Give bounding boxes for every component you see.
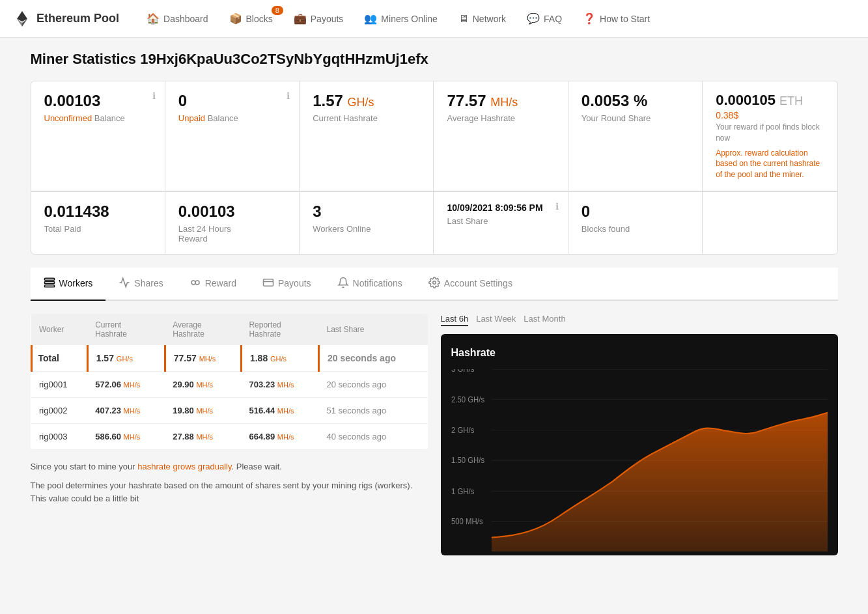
brand-name: Ethereum Pool	[36, 12, 119, 25]
total-reported-hashrate: 1.88 GH/s	[241, 345, 318, 372]
tab-reward[interactable]: Reward	[176, 268, 249, 301]
tab-notifications[interactable]: Notifications	[324, 268, 415, 301]
nav-miners[interactable]: 👥 Miners Online	[356, 8, 445, 29]
footnote-2: The pool determines your hashrate based …	[31, 479, 428, 507]
tab-payouts[interactable]: Payouts	[249, 268, 324, 301]
tab-workers-label: Workers	[59, 278, 93, 288]
workers-tab-icon	[44, 277, 55, 290]
brand-logo[interactable]: Ethereum Pool	[13, 10, 119, 28]
network-icon: 🖥	[458, 13, 469, 25]
stats-bottom: 0.011438 Total Paid 0.00103 Last 24 Hour…	[31, 191, 838, 255]
nav-links: 🏠 Dashboard 📦 Blocks 8 💼 Payouts 👥 Miner…	[139, 8, 855, 29]
rig0001-label: rig0001	[31, 371, 87, 397]
nav-faq[interactable]: 💬 FAQ	[519, 8, 570, 29]
stat-round-share: 0.0053 % Your Round Share	[568, 81, 703, 191]
nav-dashboard[interactable]: 🏠 Dashboard	[139, 8, 216, 29]
total-current-hashrate: 1.57 GH/s	[87, 345, 165, 372]
col-reported-hashrate: ReportedHashrate	[241, 314, 318, 345]
stat-total-paid: 0.011438 Total Paid	[31, 192, 165, 254]
tabs: Workers Shares Reward	[31, 268, 838, 301]
stats-top: ℹ 0.00103 Unconfirmed Balance ℹ 0 Unpaid…	[31, 81, 838, 191]
table-row-total: Total 1.57 GH/s 77.57 MH/s 1.88 GH/s	[31, 345, 428, 372]
svg-text:3 GH/s: 3 GH/s	[451, 369, 475, 373]
chart-tab-month[interactable]: Last Month	[524, 314, 565, 326]
stat-unpaid: ℹ 0 Unpaid Balance	[165, 81, 300, 191]
current-hashrate-value: 1.57 GH/s	[313, 92, 420, 111]
info-icon-lastshare[interactable]: ℹ	[555, 201, 559, 212]
reward-value: 0.000105 ETH	[716, 92, 824, 109]
rig0002-last-share: 51 seconds ago	[318, 397, 427, 423]
table-row: rig0003 586.60 MH/s 27.88 MH/s 664.89 MH…	[31, 423, 428, 449]
tab-shares[interactable]: Shares	[105, 268, 176, 301]
tab-account[interactable]: Account Settings	[415, 268, 525, 301]
current-hashrate-label: Current Hashrate	[313, 113, 420, 123]
page-title: Miner Statistics 19Hxj6KpaUu3Co2TSyNbYgq…	[31, 51, 838, 68]
chart-tab-6h[interactable]: Last 6h	[441, 314, 469, 326]
nav-payouts[interactable]: 💼 Payouts	[286, 8, 352, 29]
rig0003-last-share: 40 seconds ago	[318, 423, 427, 449]
chart-title: Hashrate	[451, 347, 828, 359]
svg-text:2 GH/s: 2 GH/s	[451, 426, 475, 434]
workers-chart-layout: Worker CurrentHashrate AverageHashrate R…	[31, 314, 838, 555]
info-icon-unconfirmed[interactable]: ℹ	[152, 91, 156, 101]
bell-tab-icon	[337, 277, 349, 290]
avg-hashrate-label: Average Hashrate	[447, 113, 554, 123]
unpaid-value: 0	[178, 92, 286, 111]
svg-rect-8	[263, 279, 273, 286]
chart-section: Last 6h Last Week Last Month Hashrate 3 …	[441, 314, 838, 555]
stat-last-share: ℹ 10/09/2021 8:09:56 PM Last Share	[434, 192, 568, 254]
workers-table: Worker CurrentHashrate AverageHashrate R…	[31, 314, 428, 450]
col-last-share: Last Share	[318, 314, 427, 345]
rig0001-reported: 703.23 MH/s	[241, 371, 318, 397]
stat-last24h: 0.00103 Last 24 HoursReward	[165, 192, 300, 254]
nav-network[interactable]: 🖥 Network	[451, 9, 514, 29]
tab-account-label: Account Settings	[444, 278, 512, 288]
tab-shares-label: Shares	[134, 278, 163, 288]
blocks-badge: 8	[272, 6, 283, 15]
last-share-value: 10/09/2021 8:09:56 PM	[447, 202, 554, 214]
stat-reward: 0.000105 ETH 0.38$ Your reward if pool f…	[703, 81, 837, 191]
svg-text:1.50 GH/s: 1.50 GH/s	[451, 456, 484, 464]
round-share-value: 0.0053 %	[581, 92, 689, 111]
shares-tab-icon	[119, 277, 130, 290]
stat-unconfirmed: ℹ 0.00103 Unconfirmed Balance	[31, 81, 165, 191]
rig0002-current: 407.23 MH/s	[87, 397, 165, 423]
approx-text: Approx. reward calculation based on the …	[716, 148, 824, 180]
tab-payouts-label: Payouts	[278, 278, 311, 288]
rig0003-avg: 27.88 MH/s	[165, 423, 241, 449]
faq-icon: 💬	[527, 12, 540, 25]
workers-label: Workers Online	[313, 224, 420, 234]
svg-rect-4	[44, 281, 54, 283]
total-paid-value: 0.011438	[44, 202, 152, 221]
rig0003-reported: 664.89 MH/s	[241, 423, 318, 449]
rig0001-current: 572.06 MH/s	[87, 371, 165, 397]
rig0001-avg: 29.90 MH/s	[165, 371, 241, 397]
main-content: Miner Statistics 19Hxj6KpaUu3Co2TSyNbYgq…	[18, 38, 851, 568]
col-worker: Worker	[31, 314, 87, 345]
stat-empty	[703, 192, 837, 254]
nav-howtostart[interactable]: ❓ How to Start	[575, 8, 658, 29]
col-avg-hashrate: AverageHashrate	[165, 314, 241, 345]
nav-blocks[interactable]: 📦 Blocks 8	[221, 8, 281, 29]
reward-usd: 0.38$	[716, 110, 824, 120]
howtostart-icon: ❓	[583, 12, 596, 25]
miners-icon: 👥	[364, 12, 377, 25]
blocks-icon: 📦	[229, 12, 242, 25]
avg-hashrate-value: 77.57 MH/s	[447, 92, 554, 111]
svg-text:2.50 GH/s: 2.50 GH/s	[451, 395, 484, 403]
svg-text:500 MH/s: 500 MH/s	[451, 517, 483, 525]
tab-workers[interactable]: Workers	[31, 268, 106, 301]
hashrate-link[interactable]: hashrate grows gradually	[137, 462, 231, 471]
payouts-tab-icon	[262, 277, 274, 290]
unpaid-label: Unpaid Balance	[178, 113, 286, 123]
stat-blocks-found: 0 Blocks found	[568, 192, 703, 254]
chart-tabs: Last 6h Last Week Last Month	[441, 314, 838, 326]
tab-reward-label: Reward	[205, 278, 236, 288]
round-share-label: Your Round Share	[581, 113, 689, 123]
hashrate-chart: Hashrate 3 GH/s 2.50 GH/s 2 GH/s 1.50 GH…	[441, 334, 838, 555]
info-icon-unpaid[interactable]: ℹ	[287, 91, 290, 101]
rig0002-label: rig0002	[31, 397, 87, 423]
total-paid-label: Total Paid	[44, 224, 152, 234]
chart-tab-week[interactable]: Last Week	[476, 314, 516, 326]
payouts-icon: 💼	[294, 12, 307, 25]
